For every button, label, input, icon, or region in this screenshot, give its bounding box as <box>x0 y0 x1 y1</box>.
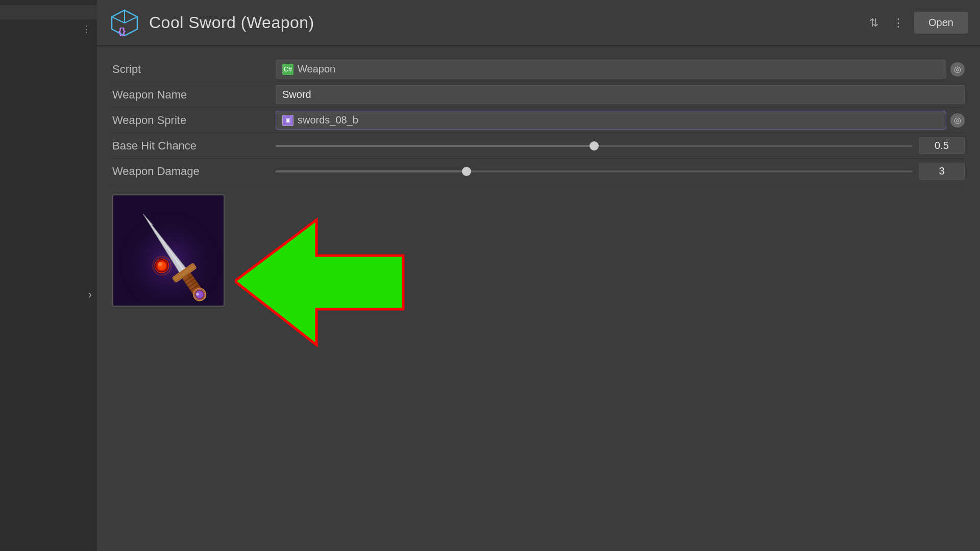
header: {} Cool Sword (Weapon) ⇅ ⋮ Open <box>97 0 980 46</box>
sidebar-middle: › <box>83 39 97 551</box>
sidebar: ⋮ › <box>0 0 97 551</box>
sprite-field[interactable]: ▣ swords_08_b <box>276 111 946 130</box>
weapon-damage-row: Weapon Damage 3 <box>112 159 965 184</box>
base-hit-chance-label: Base Hit Chance <box>112 139 276 153</box>
weapon-name-input[interactable] <box>276 85 965 104</box>
weapon-sprite-row: Weapon Sprite ▣ swords_08_b ◎ <box>112 108 965 133</box>
weapon-damage-value[interactable]: 3 <box>919 163 965 180</box>
green-arrow-annotation <box>235 215 408 349</box>
svg-marker-28 <box>235 220 403 345</box>
svg-point-26 <box>158 262 162 266</box>
weapon-name-value-container <box>276 85 965 104</box>
weapon-name-row: Weapon Name <box>112 82 965 108</box>
align-icon[interactable]: ⇅ <box>865 14 883 32</box>
sidebar-menu-button[interactable]: ⋮ <box>76 19 97 39</box>
weapon-name-label: Weapon Name <box>112 88 276 102</box>
base-hit-chance-row: Base Hit Chance 0.5 <box>112 133 965 159</box>
weapon-sprite-label: Weapon Sprite <box>112 114 276 127</box>
weapon-sprite-preview <box>112 194 225 307</box>
weapon-damage-track[interactable] <box>276 170 913 172</box>
weapon-damage-thumb[interactable] <box>462 167 471 176</box>
base-hit-chance-track[interactable] <box>276 145 913 147</box>
base-hit-chance-value[interactable]: 0.5 <box>919 137 965 154</box>
script-value-text: Weapon <box>298 63 335 75</box>
sprite-value-text: swords_08_b <box>298 114 358 126</box>
base-hit-chance-value-container: 0.5 <box>276 137 965 154</box>
svg-line-3 <box>112 17 125 23</box>
weapon-damage-value-container: 3 <box>276 163 965 180</box>
script-field[interactable]: C# Weapon <box>276 60 946 79</box>
base-hit-chance-thumb[interactable] <box>590 141 599 151</box>
header-actions: ⇅ ⋮ Open <box>865 12 968 34</box>
script-file-icon: C# <box>282 64 293 75</box>
window-title: Cool Sword (Weapon) <box>149 13 865 32</box>
script-label: Script <box>112 63 276 76</box>
open-button[interactable]: Open <box>914 12 968 34</box>
svg-line-2 <box>125 17 137 23</box>
weapon-damage-slider-container: 3 <box>276 163 965 180</box>
weapon-damage-label: Weapon Damage <box>112 165 276 178</box>
sidebar-expand-button[interactable]: › <box>83 283 97 307</box>
base-hit-chance-fill <box>276 145 594 147</box>
more-options-icon[interactable]: ⋮ <box>889 14 908 32</box>
inspector-body: Script C# Weapon ◎ Weapon Name Weapon Sp… <box>97 46 980 317</box>
sprite-picker-button[interactable]: ◎ <box>950 113 965 128</box>
main-panel: {} Cool Sword (Weapon) ⇅ ⋮ Open Script C… <box>97 0 980 551</box>
weapon-damage-fill <box>276 170 467 172</box>
base-hit-chance-slider-container: 0.5 <box>276 137 965 154</box>
weapon-preview-area <box>112 194 965 307</box>
script-value-container: C# Weapon ◎ <box>276 60 965 79</box>
sprite-thumbnail: ▣ <box>282 115 293 126</box>
component-icon: {} <box>109 8 140 38</box>
svg-text:{}: {} <box>118 26 126 36</box>
script-picker-button[interactable]: ◎ <box>950 62 965 77</box>
script-row: Script C# Weapon ◎ <box>112 57 965 82</box>
sidebar-top-bar <box>0 5 97 19</box>
weapon-sprite-value-container: ▣ swords_08_b ◎ <box>276 111 965 130</box>
